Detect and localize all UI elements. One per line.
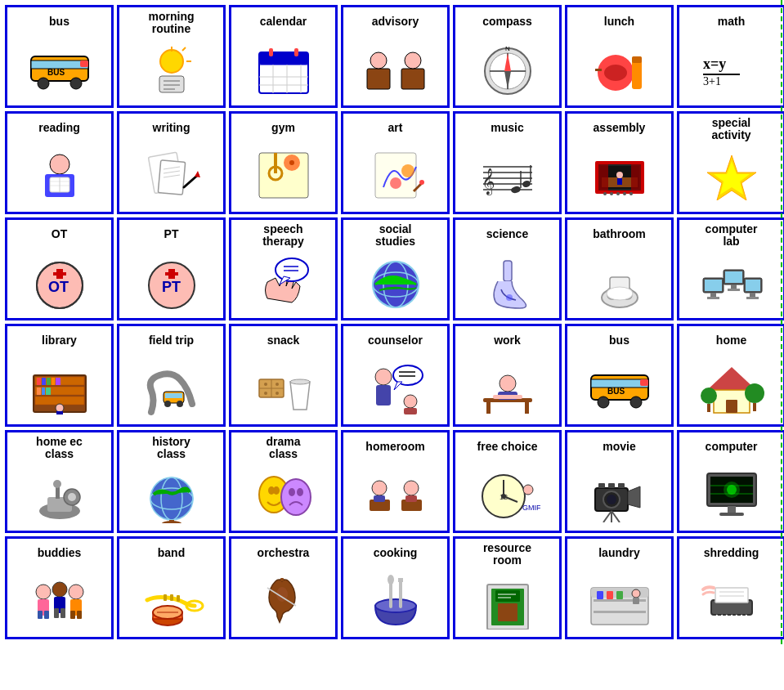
card-orchestra[interactable]: orchestra xyxy=(229,536,338,639)
card-icon-morning-routine xyxy=(121,36,222,104)
card-resource-room[interactable]: resourceroom xyxy=(453,536,562,639)
card-label-history-class: historyclass xyxy=(152,436,190,461)
card-speech-therapy[interactable]: speechtherapy xyxy=(229,217,338,320)
svg-point-60 xyxy=(289,160,294,165)
card-counselor[interactable]: counselor xyxy=(341,324,450,427)
card-home[interactable]: home xyxy=(677,324,784,427)
svg-text:12: 12 xyxy=(500,493,508,501)
card-cooking[interactable]: cooking xyxy=(341,536,450,639)
card-pt[interactable]: PT PT xyxy=(117,217,226,320)
svg-rect-125 xyxy=(750,293,755,297)
card-icon-science xyxy=(457,246,558,316)
svg-rect-131 xyxy=(37,378,41,385)
card-icon-ot: OT xyxy=(9,246,110,316)
card-gym[interactable]: gym xyxy=(229,111,338,214)
svg-rect-133 xyxy=(47,378,51,385)
card-free-choice[interactable]: free choice 12 GMIF xyxy=(453,430,562,533)
card-writing[interactable]: writing xyxy=(117,111,226,214)
card-computer-lab[interactable]: computerlab xyxy=(677,217,784,320)
card-label-field-trip: field trip xyxy=(149,329,194,352)
card-icon-home-ec-class xyxy=(9,461,110,529)
svg-point-85 xyxy=(610,192,613,195)
card-label-writing: writing xyxy=(153,117,190,140)
dashed-line xyxy=(781,0,782,644)
card-label-work: work xyxy=(494,329,521,352)
card-buddies[interactable]: buddies xyxy=(5,536,114,639)
card-label-home: home xyxy=(716,329,746,352)
svg-point-231 xyxy=(52,582,67,597)
card-shredding[interactable]: shredding xyxy=(677,536,784,639)
svg-point-170 xyxy=(630,397,642,408)
svg-point-183 xyxy=(68,493,76,501)
svg-rect-116 xyxy=(705,280,722,291)
card-calendar[interactable]: calendar xyxy=(229,5,338,108)
svg-line-214 xyxy=(603,511,612,522)
card-label-math: math xyxy=(718,11,745,34)
svg-point-228 xyxy=(727,485,737,495)
svg-rect-122 xyxy=(728,289,740,291)
card-compass[interactable]: compass N xyxy=(453,5,562,108)
card-laundry[interactable]: laundry xyxy=(565,536,674,639)
svg-rect-57 xyxy=(274,153,277,173)
svg-text:BUS: BUS xyxy=(607,387,625,396)
svg-point-110 xyxy=(506,294,513,301)
svg-point-253 xyxy=(375,599,416,612)
card-special-activity[interactable]: specialactivity xyxy=(677,111,784,214)
card-home-ec-class[interactable]: home ecclass xyxy=(5,430,114,533)
card-icon-bus-row1: BUS xyxy=(9,34,110,104)
svg-point-148 xyxy=(264,383,267,386)
card-field-trip[interactable]: field trip xyxy=(117,324,226,427)
card-math[interactable]: math x=y 3+1 xyxy=(677,5,784,108)
svg-rect-251 xyxy=(280,578,284,581)
svg-rect-39 xyxy=(595,69,602,71)
card-morning-routine[interactable]: morningroutine xyxy=(117,5,226,108)
card-music[interactable]: music 𝄞 xyxy=(453,111,562,214)
card-band[interactable]: band xyxy=(117,536,226,639)
card-bathroom[interactable]: bathroom xyxy=(565,217,674,320)
svg-point-213 xyxy=(607,495,616,504)
card-history-class[interactable]: historyclass xyxy=(117,430,226,533)
card-icon-art xyxy=(345,140,446,210)
card-movie[interactable]: movie xyxy=(565,430,674,533)
card-bus-row1[interactable]: bus BUS xyxy=(5,5,114,108)
card-work[interactable]: work xyxy=(453,324,562,427)
card-icon-bus-row4: BUS xyxy=(569,352,670,423)
card-icon-writing xyxy=(121,140,222,210)
card-icon-home xyxy=(681,352,782,423)
card-homeroom[interactable]: homeroom xyxy=(341,430,450,533)
card-label-advisory: advisory xyxy=(372,11,419,34)
svg-line-216 xyxy=(612,511,620,522)
card-icon-speech-therapy xyxy=(233,249,334,316)
svg-text:3+1: 3+1 xyxy=(703,75,721,87)
card-label-free-choice: free choice xyxy=(477,436,538,459)
card-science[interactable]: science xyxy=(453,217,562,320)
svg-marker-156 xyxy=(394,382,402,390)
card-icon-laundry xyxy=(569,565,670,635)
svg-rect-256 xyxy=(399,580,402,608)
card-bus-row4[interactable]: bus BUS xyxy=(565,324,674,427)
card-label-calendar: calendar xyxy=(260,11,307,34)
card-art[interactable]: art xyxy=(341,111,450,214)
card-reading[interactable]: reading xyxy=(5,111,114,214)
card-assembly[interactable]: assembly xyxy=(565,111,674,214)
svg-rect-257 xyxy=(398,578,400,582)
svg-rect-26 xyxy=(401,69,424,89)
card-social-studies[interactable]: socialstudies xyxy=(341,217,450,320)
card-snack[interactable]: snack xyxy=(229,324,338,427)
card-computer[interactable]: computer xyxy=(677,430,784,533)
card-label-gym: gym xyxy=(271,117,295,140)
card-lunch[interactable]: lunch xyxy=(565,5,674,108)
card-advisory[interactable]: advisory xyxy=(341,5,450,108)
svg-rect-200 xyxy=(374,495,385,502)
svg-rect-100 xyxy=(165,272,178,276)
card-icon-homeroom xyxy=(345,459,446,529)
card-drama-class[interactable]: dramaclass xyxy=(229,430,338,533)
svg-rect-226 xyxy=(728,506,736,513)
svg-point-255 xyxy=(388,575,394,585)
svg-rect-135 xyxy=(56,378,60,385)
svg-point-273 xyxy=(632,589,640,598)
card-library[interactable]: library xyxy=(5,324,114,427)
svg-rect-166 xyxy=(493,395,522,399)
svg-rect-218 xyxy=(608,483,615,488)
card-ot[interactable]: OT OT xyxy=(5,217,114,320)
